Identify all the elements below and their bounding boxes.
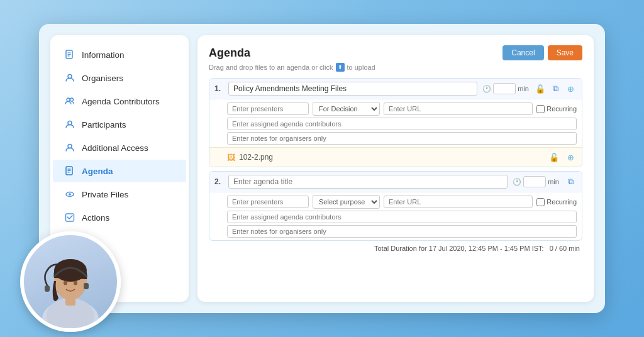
agenda-num-2: 2. — [214, 177, 223, 186]
agenda-item-1: 1. 🕐 min 🔓 ⧉ ⊕ For Decision — [209, 78, 582, 167]
copy-icon-2[interactable]: ⧉ — [564, 175, 577, 188]
svg-point-21 — [64, 281, 67, 285]
svg-point-22 — [74, 281, 77, 285]
sidebar-item-label: Information — [82, 50, 125, 60]
url-input-1[interactable] — [384, 102, 533, 115]
notes-input-1[interactable] — [227, 132, 577, 145]
page-title: Agenda — [209, 47, 250, 60]
presenters-input-2[interactable] — [227, 196, 309, 208]
participant-icon — [64, 119, 75, 130]
main-header: Agenda Cancel Save — [209, 45, 582, 60]
access-icon — [64, 142, 75, 153]
sidebar-item-label: Private Files — [82, 190, 128, 199]
copy-icon-1[interactable]: ⧉ — [549, 82, 562, 95]
person-icon — [64, 72, 75, 84]
svg-rect-23 — [65, 297, 75, 306]
svg-point-6 — [70, 98, 74, 101]
agenda-icon — [64, 165, 75, 177]
agenda-item-2: 2. 🕐 min ⧉ Select purpose For Decision — [209, 171, 582, 241]
purpose-select-1[interactable]: For Decision For Discussion For Informat… — [313, 102, 380, 116]
agenda-row1-item1: For Decision For Discussion For Informat… — [227, 102, 577, 116]
eye-icon — [64, 189, 75, 200]
save-button[interactable]: Save — [548, 45, 582, 60]
recurring-label-1[interactable]: Recurring — [536, 105, 577, 113]
sidebar-item-agenda[interactable]: Agenda — [53, 160, 186, 182]
agenda-num-1: 1. — [214, 84, 223, 93]
clock-icon: 🕐 — [482, 85, 491, 93]
file-name-1: 102-2.png — [239, 153, 273, 162]
sidebar-item-label: Agenda — [82, 167, 113, 176]
main-content: Agenda Cancel Save Drag and drop files t… — [197, 35, 594, 302]
agenda-duration-2: 🕐 min — [513, 176, 559, 187]
cancel-button[interactable]: Cancel — [502, 45, 543, 60]
sidebar-item-additional-access[interactable]: Additional Access — [53, 136, 186, 159]
duration-input-1[interactable] — [493, 83, 516, 94]
contributors-input-1[interactable] — [227, 118, 577, 130]
sidebar-item-label: Additional Access — [82, 143, 148, 153]
recurring-label-2[interactable]: Recurring — [536, 198, 577, 206]
agenda-duration-1: 🕐 min — [482, 83, 529, 94]
sidebar-item-actions[interactable]: Actions — [53, 206, 186, 229]
total-duration: Total Duration for 17 Jul 2020, 12:45 PM… — [209, 245, 582, 252]
recurring-checkbox-1[interactable] — [536, 105, 545, 113]
sidebar-item-information[interactable]: Information — [53, 43, 186, 66]
file-delete-icon[interactable]: ⊕ — [564, 151, 577, 163]
svg-point-7 — [68, 121, 72, 125]
clock-icon-2: 🕐 — [513, 178, 521, 186]
agenda-icons-2: ⧉ — [564, 175, 577, 188]
agenda-icons-1: 🔓 ⧉ ⊕ — [534, 82, 577, 95]
recurring-checkbox-2[interactable] — [536, 198, 545, 206]
file-lock-icon[interactable]: 🔓 — [548, 151, 560, 163]
actions-icon — [64, 212, 75, 223]
outer-card: Information Organisers Agenda Contributo… — [39, 24, 605, 313]
sidebar-item-label: Actions — [82, 213, 109, 223]
svg-rect-24 — [84, 283, 89, 289]
sidebar-item-participants[interactable]: Participants — [53, 113, 186, 136]
svg-point-5 — [67, 98, 70, 101]
sidebar-item-label: Agenda Contributors — [82, 97, 160, 106]
sidebar-item-organisers[interactable]: Organisers — [53, 67, 186, 89]
purpose-select-2[interactable]: Select purpose For Decision For Discussi… — [313, 195, 380, 209]
svg-point-4 — [68, 75, 72, 79]
duration-input-2[interactable] — [523, 176, 546, 187]
file-icon-1: 🖼 — [227, 153, 235, 162]
upload-icon: ⬆ — [336, 63, 345, 72]
person-photo — [20, 231, 121, 332]
sidebar-item-label: Participants — [82, 120, 126, 130]
lock-icon-1[interactable]: 🔓 — [534, 82, 547, 95]
contributors-input-2[interactable] — [227, 211, 577, 223]
svg-rect-18 — [45, 285, 50, 292]
agenda-item-1-rows: For Decision For Discussion For Informat… — [209, 99, 582, 147]
file-row-1: 🖼 102-2.png 🔓 ⊕ — [209, 147, 582, 167]
sidebar-item-agenda-contributors[interactable]: Agenda Contributors — [53, 90, 186, 113]
agenda-row1-item2: Select purpose For Decision For Discussi… — [227, 195, 577, 209]
svg-point-14 — [69, 193, 71, 196]
notes-input-2[interactable] — [227, 225, 577, 238]
svg-point-8 — [68, 145, 72, 148]
document-icon — [64, 49, 75, 60]
url-input-2[interactable] — [384, 196, 533, 208]
header-buttons: Cancel Save — [502, 45, 582, 60]
agenda-title-2[interactable] — [228, 175, 508, 189]
delete-icon-1[interactable]: ⊕ — [564, 82, 577, 95]
presenters-input-1[interactable] — [227, 102, 309, 115]
agenda-title-1[interactable] — [228, 82, 477, 96]
upload-hint: Drag and drop files to an agenda or clic… — [209, 63, 582, 72]
agenda-item-2-header: 2. 🕐 min ⧉ — [209, 172, 582, 192]
agenda-item-2-rows: Select purpose For Decision For Discussi… — [209, 192, 582, 240]
agenda-item-1-header: 1. 🕐 min 🔓 ⧉ ⊕ — [209, 79, 582, 99]
people-icon — [64, 96, 75, 107]
sidebar-item-label: Organisers — [82, 74, 123, 83]
sidebar-item-private-files[interactable]: Private Files — [53, 183, 186, 206]
